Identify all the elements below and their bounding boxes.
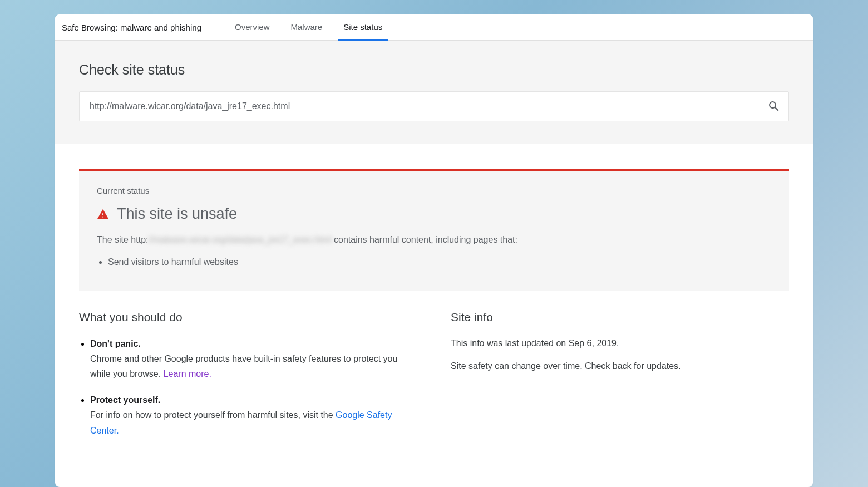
advice-item-title: Don't panic.: [90, 336, 417, 351]
advice-item-dont-panic: Don't panic. Chrome and other Google pro…: [90, 336, 417, 382]
header-bar: Safe Browsing: malware and phishing Over…: [55, 14, 813, 41]
advice-heading: What you should do: [79, 311, 417, 324]
advice-list: Don't panic. Chrome and other Google pro…: [79, 336, 417, 438]
status-desc-url: //malware.wicar.org/data/java_jre17_exec…: [149, 235, 332, 244]
site-info-note: Site safety can change over time. Check …: [451, 359, 789, 373]
status-reason-list: Send visitors to harmful websites: [97, 255, 771, 269]
advice-item-title: Protect yourself.: [90, 392, 417, 407]
status-box: Current status This site is unsafe The s…: [79, 169, 789, 291]
advice-item-text: Chrome and other Google products have bu…: [90, 354, 397, 378]
tab-site-status[interactable]: Site status: [338, 15, 388, 41]
advice-item-protect: Protect yourself. For info on how to pro…: [90, 392, 417, 438]
status-section: Current status This site is unsafe The s…: [55, 144, 813, 291]
page-title: Safe Browsing: malware and phishing: [62, 23, 229, 32]
status-reason-item: Send visitors to harmful websites: [108, 255, 771, 269]
advice-item-body: Chrome and other Google products have bu…: [90, 351, 417, 381]
status-desc-suffix: contains harmful content, including page…: [332, 235, 517, 244]
safe-browsing-card: Safe Browsing: malware and phishing Over…: [55, 14, 813, 487]
status-desc-prefix: The site http:: [97, 235, 149, 244]
learn-more-link[interactable]: Learn more.: [164, 369, 211, 378]
check-site-section: Check site status: [55, 41, 813, 144]
tab-list: Overview Malware Site status: [229, 14, 388, 40]
status-description: The site http://malware.wicar.org/data/j…: [97, 235, 771, 245]
advice-column: What you should do Don't panic. Chrome a…: [79, 311, 417, 449]
url-input[interactable]: [90, 101, 767, 111]
warning-icon: [97, 208, 109, 220]
search-icon[interactable]: [767, 100, 781, 113]
tab-overview[interactable]: Overview: [229, 15, 275, 41]
site-info-column: Site info This info was last updated on …: [451, 311, 789, 449]
status-heading-row: This site is unsafe: [97, 205, 771, 223]
check-heading: Check site status: [79, 62, 789, 78]
site-info-heading: Site info: [451, 311, 789, 324]
advice-item-body: For info on how to protect yourself from…: [90, 407, 417, 437]
bottom-columns: What you should do Don't panic. Chrome a…: [55, 291, 813, 449]
status-heading: This site is unsafe: [117, 205, 237, 223]
search-row: [79, 91, 789, 121]
site-info-updated: This info was last updated on Sep 6, 201…: [451, 336, 789, 351]
tab-malware[interactable]: Malware: [285, 15, 328, 41]
advice-item-text: For info on how to protect yourself from…: [90, 410, 336, 420]
current-status-label: Current status: [97, 186, 771, 195]
